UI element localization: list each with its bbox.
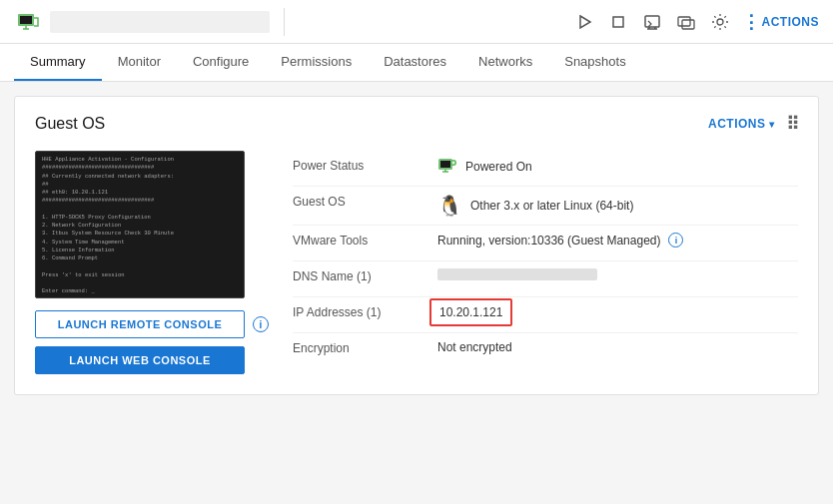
card-title: Guest OS xyxy=(35,115,105,133)
snapshot-icon[interactable] xyxy=(674,10,698,34)
guest-os-value: 🐧 Other 3.x or later Linux (64-bit) xyxy=(437,194,633,218)
power-status-value: Powered On xyxy=(437,158,532,176)
launch-web-console-button[interactable]: LAUNCH WEB CONSOLE xyxy=(35,346,245,374)
tab-permissions[interactable]: Permissions xyxy=(265,44,368,81)
svg-rect-4 xyxy=(645,16,659,27)
card-actions-label: ACTIONS xyxy=(708,117,766,131)
terminal-line-11: 4. System Time Management xyxy=(42,239,238,247)
terminal-line-3: ## Currently connected network adapters: xyxy=(42,173,238,181)
card-header-right: ACTIONS ▾ ⠿ xyxy=(708,113,798,135)
separator xyxy=(284,8,285,36)
terminal-line-10: 3. Itbus System Resource Check 30 Minute xyxy=(42,230,238,238)
remote-console-row: LAUNCH REMOTE CONSOLE i xyxy=(35,310,269,338)
vmware-tools-row: VMware Tools Running, version:10336 (Gue… xyxy=(293,226,798,261)
terminal-line-5: ## eth0: 10.20.1.121 xyxy=(42,189,238,197)
terminal-line-4: ## xyxy=(42,181,238,189)
power-status-row: Power Status Powered On xyxy=(293,151,798,187)
encryption-text: Not encrypted xyxy=(437,340,512,354)
card-header: Guest OS ACTIONS ▾ ⠿ xyxy=(35,113,798,135)
card-left: HHE Appliance Activation - Configuration… xyxy=(35,151,269,374)
terminal-line-6: ################################## xyxy=(42,197,238,205)
terminal-line-14 xyxy=(42,262,238,270)
encryption-label: Encryption xyxy=(293,340,437,355)
power-status-label: Power Status xyxy=(293,158,437,173)
info-table: Power Status Powered On xyxy=(293,151,798,374)
vmware-tools-value: Running, version:10336 (Guest Managed) i xyxy=(437,233,683,248)
vm-name-bar xyxy=(50,11,270,33)
guest-os-row: Guest OS 🐧 Other 3.x or later Linux (64-… xyxy=(293,187,798,226)
ip-addresses-value: 10.20.1.121 xyxy=(437,304,504,320)
tab-configure[interactable]: Configure xyxy=(177,44,265,81)
console-buttons: LAUNCH REMOTE CONSOLE i LAUNCH WEB CONSO… xyxy=(35,310,269,374)
guest-os-card: Guest OS ACTIONS ▾ ⠿ HHE Appliance Activ… xyxy=(14,96,819,395)
dns-name-redacted xyxy=(437,268,597,280)
power-icon xyxy=(437,158,457,176)
ip-address-text: 10.20.1.121 xyxy=(439,305,502,319)
terminal-line-17: Enter command: _ xyxy=(42,287,238,295)
encryption-value: Not encrypted xyxy=(437,340,512,354)
terminal-line-15: Press 'x' to exit session xyxy=(42,271,238,279)
tab-datastores[interactable]: Datastores xyxy=(368,44,462,81)
toolbar: ⋮ ACTIONS xyxy=(0,0,833,44)
main-content: Guest OS ACTIONS ▾ ⠿ HHE Appliance Activ… xyxy=(0,82,833,409)
terminal-line-7 xyxy=(42,206,238,214)
terminal-line-9: 2. Network Configuration xyxy=(42,222,238,230)
stop-icon[interactable] xyxy=(606,10,630,34)
console-icon[interactable] xyxy=(640,10,664,34)
play-icon[interactable] xyxy=(572,10,596,34)
actions-label: ACTIONS xyxy=(762,15,820,29)
vmware-tools-label: VMware Tools xyxy=(293,233,437,248)
svg-marker-2 xyxy=(580,16,590,28)
svg-rect-3 xyxy=(613,17,623,27)
guest-os-text: Other 3.x or later Linux (64-bit) xyxy=(470,199,633,213)
terminal-thumbnail[interactable]: HHE Appliance Activation - Configuration… xyxy=(35,151,245,298)
terminal-line-16 xyxy=(42,279,238,287)
terminal-line-8: 1. HTTP-SOCK5 Proxy Configuration xyxy=(42,214,238,222)
toolbar-action-icons: ⋮ ACTIONS xyxy=(572,10,820,34)
actions-dots: ⋮ xyxy=(742,13,758,31)
card-actions-chevron: ▾ xyxy=(769,119,775,130)
linux-icon: 🐧 xyxy=(437,194,462,218)
power-status-text: Powered On xyxy=(465,160,532,174)
card-dots-button[interactable]: ⠿ xyxy=(786,113,798,135)
svg-rect-1 xyxy=(20,16,32,24)
remote-console-info-icon[interactable]: i xyxy=(253,316,269,332)
terminal-line-12: 5. License Information xyxy=(42,247,238,254)
terminal-line-2: ################################## xyxy=(42,164,238,172)
svg-rect-12 xyxy=(440,161,450,168)
ip-address-highlight-box: 10.20.1.121 xyxy=(429,298,512,326)
nav-tabs: Summary Monitor Configure Permissions Da… xyxy=(0,44,833,82)
tab-summary[interactable]: Summary xyxy=(14,44,102,81)
dns-name-value xyxy=(437,268,597,280)
encryption-row: Encryption Not encrypted xyxy=(293,333,798,369)
settings-icon[interactable] xyxy=(708,10,732,34)
ip-addresses-row: IP Addresses (1) 10.20.1.121 xyxy=(293,297,798,333)
tab-monitor[interactable]: Monitor xyxy=(102,44,177,81)
ip-addresses-label: IP Addresses (1) xyxy=(293,304,437,319)
launch-remote-console-button[interactable]: LAUNCH REMOTE CONSOLE xyxy=(35,310,245,338)
dns-name-label: DNS Name (1) xyxy=(293,268,437,283)
tab-networks[interactable]: Networks xyxy=(462,44,548,81)
dns-name-row: DNS Name (1) xyxy=(293,261,798,297)
actions-button[interactable]: ⋮ ACTIONS xyxy=(742,13,820,31)
svg-rect-8 xyxy=(678,17,690,26)
vmware-tools-text: Running, version:10336 (Guest Managed) xyxy=(437,234,660,248)
card-actions-button[interactable]: ACTIONS ▾ xyxy=(708,117,774,131)
svg-point-10 xyxy=(717,19,723,25)
terminal-line-1: HHE Appliance Activation - Configuration xyxy=(42,156,238,164)
guest-os-label: Guest OS xyxy=(293,194,437,209)
card-body: HHE Appliance Activation - Configuration… xyxy=(35,151,798,374)
vm-icon xyxy=(14,8,42,36)
tab-snapshots[interactable]: Snapshots xyxy=(548,44,641,81)
terminal-line-13: 6. Command Prompt xyxy=(42,254,238,262)
svg-rect-9 xyxy=(682,20,694,29)
vmware-tools-info-icon[interactable]: i xyxy=(668,233,683,248)
